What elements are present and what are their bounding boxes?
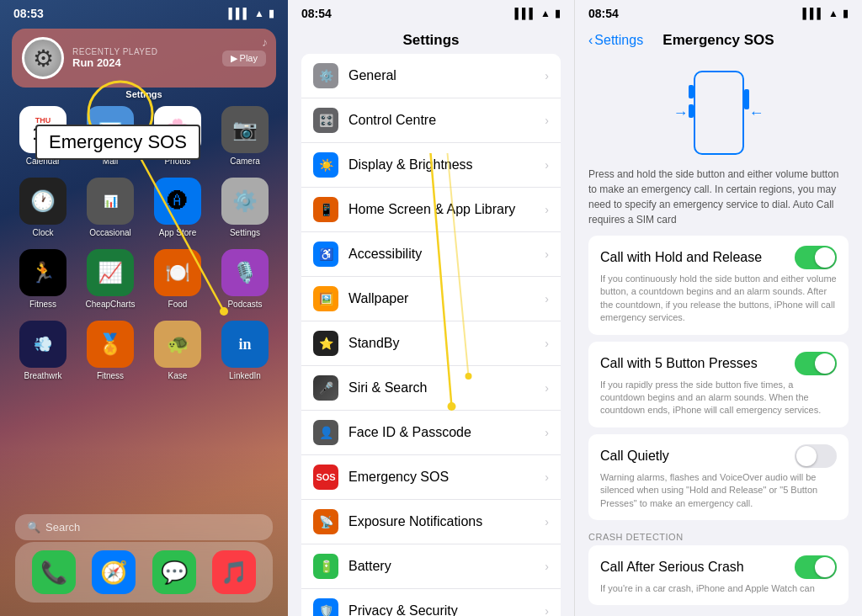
settings-item-privacy[interactable]: 🛡️ Privacy & Security › xyxy=(301,589,561,616)
phone-outline-container xyxy=(694,71,744,155)
side-button-right xyxy=(744,89,749,109)
app-icon-occasional[interactable]: 📊 Occasional xyxy=(82,178,138,237)
settings-item-control-centre[interactable]: 🎛️ Control Centre › xyxy=(301,98,561,143)
faceid-icon: 👤 xyxy=(313,420,338,445)
battery-icon-sos: ▮ xyxy=(843,8,849,19)
dock-phone[interactable]: 📞 xyxy=(32,550,76,594)
dock-safari[interactable]: 🧭 xyxy=(92,550,136,594)
dock-messages[interactable]: 💬 xyxy=(152,550,196,594)
chevron-icon: › xyxy=(545,69,549,82)
app-icon-appstore[interactable]: 🅐 App Store xyxy=(150,178,205,237)
faceid-label: Face ID & Passcode xyxy=(349,425,535,440)
hold-release-toggle[interactable] xyxy=(795,246,837,269)
status-icons-sos: ▌▌▌ ▲ ▮ xyxy=(803,8,849,19)
sos-label: Emergency SOS xyxy=(349,470,535,485)
settings-item-battery[interactable]: 🔋 Battery › xyxy=(301,544,561,589)
crash-title: Call After Serious Crash xyxy=(600,560,744,575)
chevron-icon-5: › xyxy=(545,247,549,261)
dock-music[interactable]: 🎵 xyxy=(212,550,256,594)
app-icon-fitness[interactable]: 🏃 Fitness xyxy=(15,249,71,309)
settings-item-siri[interactable]: 🎤 Siri & Search › xyxy=(301,366,561,411)
arrow-right-icon: ← xyxy=(749,104,764,122)
wallpaper-label: Wallpaper xyxy=(349,291,535,306)
app-icon-settings[interactable]: ⚙️ Settings xyxy=(217,178,273,237)
search-bar[interactable]: 🔍 Search xyxy=(15,514,273,540)
chevron-icon-11: › xyxy=(545,515,549,528)
settings-label: Settings xyxy=(0,89,288,99)
settings-item-sos[interactable]: SOS Emergency SOS › xyxy=(301,455,561,500)
battery-icon-settings: ▮ xyxy=(555,8,561,19)
status-bar-home: 08:53 ▌▌▌ ▲ ▮ xyxy=(0,0,288,24)
toggle-group-quietly: Call Quietly Warning alarms, flashes and… xyxy=(588,434,849,520)
toggle-row-5presses: Call with 5 Button Presses xyxy=(600,352,837,375)
app-icon-fitness2[interactable]: 🏅 Fitness xyxy=(82,321,138,380)
app-label-kase: Kase xyxy=(168,371,188,380)
app-icon-camera[interactable]: 📷 Camera xyxy=(217,106,273,166)
search-label: Search xyxy=(45,521,80,534)
back-button[interactable]: ‹ Settings xyxy=(588,33,643,48)
settings-item-homescreen[interactable]: 📱 Home Screen & App Library › xyxy=(301,188,561,232)
sos-page-title: Emergency SOS xyxy=(662,32,774,49)
settings-item-accessibility[interactable]: ♿ Accessibility › xyxy=(301,232,561,277)
settings-title: Settings xyxy=(402,32,459,48)
standby-label: StandBy xyxy=(349,336,535,351)
app-label-fitness: Fitness xyxy=(29,300,56,309)
battery-label: Battery xyxy=(349,559,535,574)
volume-down-button xyxy=(689,104,694,118)
privacy-label: Privacy & Security xyxy=(349,603,535,616)
music-widget[interactable]: ⚙ RECENTLY PLAYED Run 2024 ▶ Play ♪ xyxy=(12,29,276,88)
emergency-sos-panel: 08:54 ▌▌▌ ▲ ▮ ‹ Settings Emergency SOS → xyxy=(575,0,862,616)
privacy-icon: 🛡️ xyxy=(313,598,338,616)
toggle-knob-4 xyxy=(815,557,835,577)
app-icon-food[interactable]: 🍽️ Food xyxy=(150,249,205,309)
app-icon-kase[interactable]: 🐢 Kase xyxy=(150,321,205,380)
toggle-row-quietly: Call Quietly xyxy=(600,444,837,468)
wifi-icon-sos: ▲ xyxy=(828,8,838,19)
play-button[interactable]: ▶ Play xyxy=(222,50,266,66)
app-icon-cheapcharts[interactable]: 📈 CheapCharts xyxy=(82,249,138,309)
app-icon-podcasts[interactable]: 🎙️ Podcasts xyxy=(217,249,273,309)
crash-toggle[interactable] xyxy=(795,555,837,579)
sos-content: → ← Press and hold the side button and e… xyxy=(575,54,862,616)
toggle-item-hold-release: Call with Hold and Release If you contin… xyxy=(588,236,849,335)
settings-item-faceid[interactable]: 👤 Face ID & Passcode › xyxy=(301,411,561,455)
music-title: Run 2024 xyxy=(72,56,214,69)
recently-played-label: RECENTLY PLAYED xyxy=(72,47,214,56)
volume-up-button xyxy=(689,85,694,98)
toggle-item-quietly: Call Quietly Warning alarms, flashes and… xyxy=(588,434,849,520)
toggle-group-crash: Call After Serious Crash If you're in a … xyxy=(588,545,849,605)
music-info: RECENTLY PLAYED Run 2024 xyxy=(72,47,214,69)
settings-item-standby[interactable]: ⭐ StandBy › xyxy=(301,321,561,366)
siri-icon: 🎤 xyxy=(313,375,338,401)
app-icon-breathwrk[interactable]: 💨 Breathwrk xyxy=(15,321,71,380)
chevron-icon-2: › xyxy=(545,114,549,127)
quietly-toggle[interactable] xyxy=(795,444,837,468)
wallpaper-icon: 🖼️ xyxy=(313,286,338,311)
settings-item-wallpaper[interactable]: 🖼️ Wallpaper › xyxy=(301,277,561,321)
accessibility-icon: ♿ xyxy=(313,242,338,267)
signal-icon-sos: ▌▌▌ xyxy=(803,8,825,19)
settings-item-display[interactable]: ☀️ Display & Brightness › xyxy=(301,143,561,188)
homescreen-icon: 📱 xyxy=(313,197,338,222)
status-icons-settings: ▌▌▌ ▲ ▮ xyxy=(515,8,561,19)
back-chevron-icon: ‹ xyxy=(588,33,593,48)
chevron-icon-12: › xyxy=(545,560,549,573)
settings-item-exposure[interactable]: 📡 Exposure Notifications › xyxy=(301,500,561,544)
chevron-icon-3: › xyxy=(545,158,549,172)
app-label-fitness2: Fitness xyxy=(97,371,124,380)
toggle-knob-3 xyxy=(796,446,817,466)
app-icon-linkedin[interactable]: in LinkedIn xyxy=(217,321,273,380)
signal-icon: ▌▌▌ xyxy=(229,8,251,19)
settings-item-general[interactable]: ⚙️ General › xyxy=(301,54,561,98)
app-label-appstore: App Store xyxy=(159,228,196,237)
control-centre-label: Control Centre xyxy=(349,113,535,128)
homescreen-label: Home Screen & App Library xyxy=(349,202,535,217)
standby-icon: ⭐ xyxy=(313,331,338,356)
app-icon-clock[interactable]: 🕐 Clock xyxy=(15,178,71,237)
5presses-toggle[interactable] xyxy=(795,352,837,375)
status-bar-settings: 08:54 ▌▌▌ ▲ ▮ xyxy=(288,0,574,24)
phone-outline xyxy=(694,71,744,155)
status-time-settings: 08:54 xyxy=(301,7,332,20)
search-icon: 🔍 xyxy=(27,521,40,534)
signal-icon-settings: ▌▌▌ xyxy=(515,8,537,19)
